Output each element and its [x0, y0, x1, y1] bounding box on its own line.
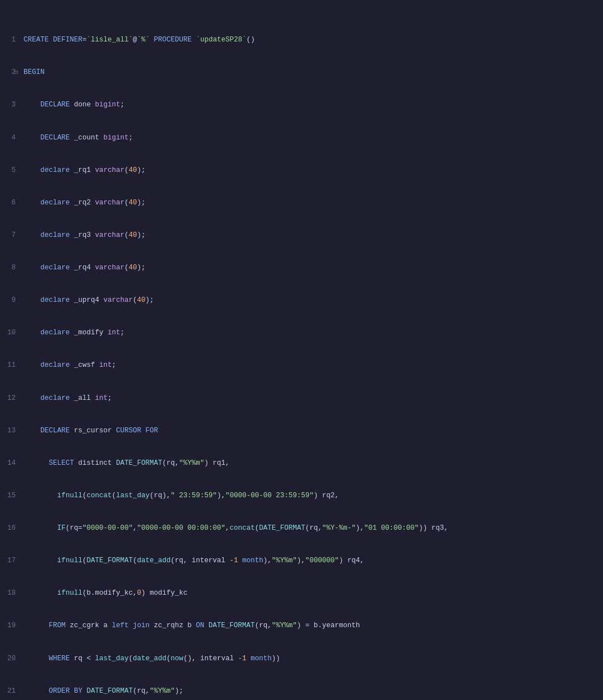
line-2: 2⊟BEGIN [0, 67, 594, 78]
line-14: 14 SELECT distinct DATE_FORMAT(rq,"%Y%m"… [0, 458, 594, 469]
code-editor[interactable]: 1CREATE DEFINER=`lisle_all`@`%` PROCEDUR… [0, 0, 603, 700]
line-19: 19 FROM zc_cgrk a left join zc_rqhz b ON… [0, 620, 594, 631]
line-20: 20 WHERE rq < last_day(date_add(now(), i… [0, 654, 594, 664]
line-7: 7 declare _rq3 varchar(40); [0, 230, 594, 241]
line-4: 4 DECLARE _count bigint; [0, 133, 594, 143]
line-5: 5 declare _rq1 varchar(40); [0, 165, 594, 176]
line-6: 6 declare _rq2 varchar(40); [0, 198, 594, 208]
line-9: 9 declare _uprq4 varchar(40); [0, 295, 594, 306]
line-12: 12 declare _all int; [0, 393, 594, 404]
line-8: 8 declare _rq4 varchar(40); [0, 263, 594, 273]
line-21: 21 ORDER BY DATE_FORMAT(rq,"%Y%m"); [0, 686, 594, 697]
line-1: 1CREATE DEFINER=`lisle_all`@`%` PROCEDUR… [0, 35, 594, 45]
line-18: 18 ifnull(b.modify_kc,0) modify_kc [0, 588, 594, 599]
line-16: 16 IF(rq="0000-00-00","0000-00-00 00:00:… [0, 523, 594, 534]
code-lines: 1CREATE DEFINER=`lisle_all`@`%` PROCEDUR… [0, 2, 603, 700]
line-3: 3 DECLARE done bigint; [0, 100, 594, 110]
line-11: 11 declare _cwsf int; [0, 360, 594, 371]
line-17: 17 ifnull(DATE_FORMAT(date_add(rq, inter… [0, 556, 594, 566]
line-15: 15 ifnull(concat(last_day(rq)," 23:59:59… [0, 491, 594, 501]
line-13: 13 DECLARE rs_cursor CURSOR FOR [0, 426, 594, 436]
line-10: 10 declare _modify int; [0, 328, 594, 338]
